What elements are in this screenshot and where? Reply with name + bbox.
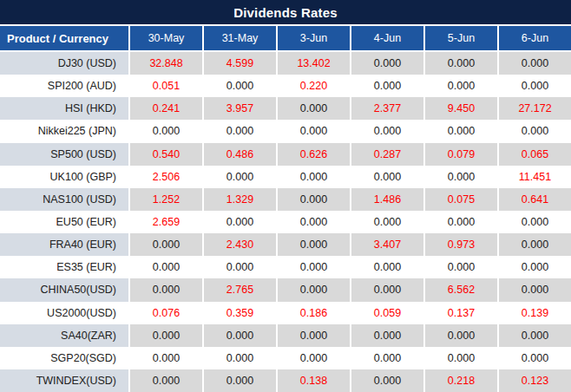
- product-cell: EU50 (EUR): [0, 211, 128, 233]
- table-row: UK100 (GBP)2.5060.0000.0000.0000.00011.4…: [0, 166, 571, 188]
- value-cell: 0.000: [423, 75, 497, 97]
- value-cell: 0.000: [128, 278, 202, 301]
- table-row: CHINA50(USD)0.0002.7650.0000.0006.5620.0…: [0, 278, 571, 301]
- value-cell: 0.000: [128, 347, 202, 369]
- value-cell: 0.000: [423, 324, 497, 347]
- table-row: TWINDEX(USD)0.0000.0000.1380.0000.2180.1…: [0, 369, 571, 392]
- column-header-product-currency: Product / Currency: [0, 26, 128, 50]
- table-row: DJ30 (USD)32.8484.59913.4020.0000.0000.0…: [0, 52, 571, 75]
- value-cell: 0.123: [497, 369, 571, 392]
- value-cell: 0.138: [276, 369, 350, 392]
- value-cell: 0.000: [128, 120, 202, 142]
- value-cell: 0.000: [202, 256, 276, 278]
- value-cell: 0.065: [497, 143, 571, 166]
- column-header-date-3: 3-Jun: [276, 26, 350, 50]
- value-cell: 0.287: [350, 143, 423, 166]
- value-cell: 0.075: [423, 188, 497, 211]
- value-cell: 0.626: [276, 143, 350, 166]
- product-cell: Nikkei225 (JPN): [0, 120, 128, 142]
- value-cell: 0.000: [276, 233, 350, 256]
- value-cell: 2.377: [350, 97, 423, 120]
- table-title: Dividends Rates: [0, 0, 571, 26]
- value-cell: 11.451: [497, 166, 571, 188]
- value-cell: 0.973: [423, 233, 497, 256]
- product-cell: UK100 (GBP): [0, 166, 128, 188]
- value-cell: 0.000: [497, 256, 571, 278]
- value-cell: 0.000: [423, 256, 497, 278]
- value-cell: 0.000: [276, 188, 350, 211]
- value-cell: 0.000: [423, 166, 497, 188]
- value-cell: 0.000: [497, 324, 571, 347]
- value-cell: 0.641: [497, 188, 571, 211]
- value-cell: 0.000: [497, 278, 571, 301]
- value-cell: 0.000: [350, 347, 423, 369]
- product-cell: SGP20(SGD): [0, 347, 128, 369]
- value-cell: 0.000: [202, 166, 276, 188]
- value-cell: 2.430: [202, 233, 276, 256]
- value-cell: 4.599: [202, 52, 276, 75]
- value-cell: 0.241: [128, 97, 202, 120]
- column-header-row: Product / Currency 30-May 31-May 3-Jun 4…: [0, 26, 571, 52]
- table-row: FRA40 (EUR)0.0002.4300.0003.4070.9730.00…: [0, 233, 571, 256]
- value-cell: 0.540: [128, 143, 202, 166]
- table-row: HSI (HKD)0.2413.9570.0002.3779.45027.172: [0, 97, 571, 120]
- value-cell: 0.000: [276, 166, 350, 188]
- value-cell: 6.562: [423, 278, 497, 301]
- value-cell: 0.000: [276, 211, 350, 233]
- product-cell: SA40(ZAR): [0, 324, 128, 347]
- product-cell: NAS100 (USD): [0, 188, 128, 211]
- value-cell: 0.000: [423, 211, 497, 233]
- value-cell: 1.252: [128, 188, 202, 211]
- value-cell: 0.000: [202, 324, 276, 347]
- value-cell: 0.000: [497, 347, 571, 369]
- column-header-date-6: 6-Jun: [497, 26, 571, 50]
- value-cell: 0.186: [276, 302, 350, 324]
- value-cell: 0.000: [128, 369, 202, 392]
- product-cell: SP500 (USD): [0, 143, 128, 166]
- value-cell: 0.000: [276, 120, 350, 142]
- value-cell: 0.000: [350, 324, 423, 347]
- value-cell: 0.218: [423, 369, 497, 392]
- value-cell: 0.000: [350, 75, 423, 97]
- value-cell: 2.765: [202, 278, 276, 301]
- value-cell: 0.359: [202, 302, 276, 324]
- product-cell: US2000(USD): [0, 302, 128, 324]
- column-header-date-5: 5-Jun: [423, 26, 497, 50]
- value-cell: 0.000: [497, 75, 571, 97]
- value-cell: 0.059: [350, 302, 423, 324]
- table-row: SP500 (USD)0.5400.4860.6260.2870.0790.06…: [0, 143, 571, 166]
- value-cell: 3.957: [202, 97, 276, 120]
- value-cell: 0.000: [202, 120, 276, 142]
- value-cell: 0.000: [276, 256, 350, 278]
- value-cell: 0.000: [202, 75, 276, 97]
- product-cell: TWINDEX(USD): [0, 369, 128, 392]
- value-cell: 0.000: [350, 166, 423, 188]
- column-header-date-1: 30-May: [128, 26, 202, 50]
- value-cell: 0.000: [497, 120, 571, 142]
- value-cell: 1.486: [350, 188, 423, 211]
- value-cell: 0.076: [128, 302, 202, 324]
- table-row: SPI200 (AUD)0.0510.0000.2200.0000.0000.0…: [0, 75, 571, 97]
- table-row: NAS100 (USD)1.2521.3290.0001.4860.0750.6…: [0, 188, 571, 211]
- value-cell: 0.000: [202, 211, 276, 233]
- column-header-date-2: 31-May: [202, 26, 276, 50]
- value-cell: 0.000: [350, 278, 423, 301]
- value-cell: 0.000: [423, 52, 497, 75]
- table-row: EU50 (EUR)2.6590.0000.0000.0000.0000.000: [0, 211, 571, 233]
- value-cell: 0.000: [276, 347, 350, 369]
- table-row: Nikkei225 (JPN)0.0000.0000.0000.0000.000…: [0, 120, 571, 142]
- product-cell: SPI200 (AUD): [0, 75, 128, 97]
- value-cell: 0.486: [202, 143, 276, 166]
- value-cell: 0.000: [128, 233, 202, 256]
- value-cell: 27.172: [497, 97, 571, 120]
- value-cell: 0.079: [423, 143, 497, 166]
- value-cell: 0.000: [202, 347, 276, 369]
- dividends-rates-table: Dividends Rates Product / Currency 30-Ma…: [0, 0, 571, 392]
- value-cell: 0.000: [497, 233, 571, 256]
- table-row: SA40(ZAR)0.0000.0000.0000.0000.0000.000: [0, 324, 571, 347]
- value-cell: 0.000: [350, 120, 423, 142]
- value-cell: 0.000: [497, 52, 571, 75]
- table-row: SGP20(SGD)0.0000.0000.0000.0000.0000.000: [0, 347, 571, 369]
- table-row: ES35 (EUR)0.0000.0000.0000.0000.0000.000: [0, 256, 571, 278]
- value-cell: 0.000: [350, 211, 423, 233]
